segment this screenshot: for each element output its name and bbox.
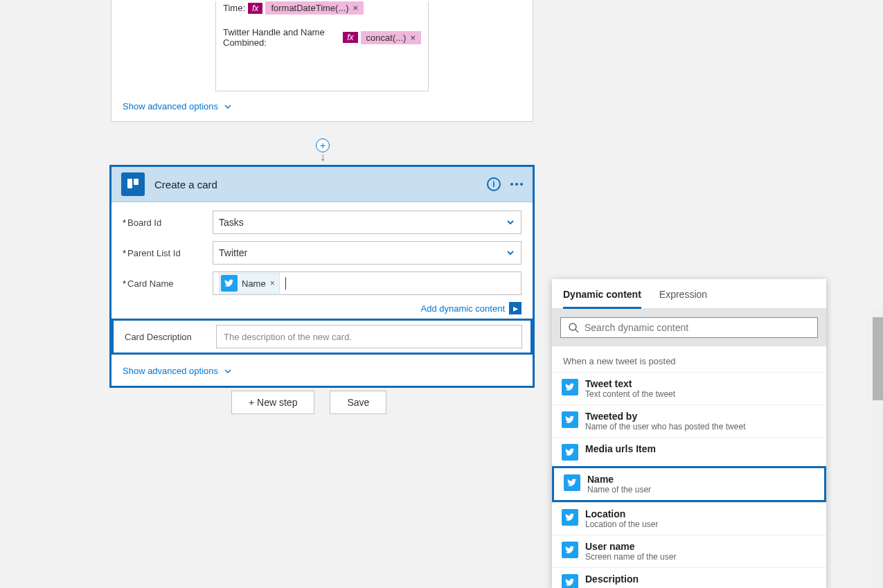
chevron-down-icon	[506, 217, 515, 227]
search-icon	[568, 322, 579, 333]
twitter-icon	[221, 275, 238, 292]
dc-item-tweeted-by[interactable]: Tweeted byName of the user who has poste…	[552, 404, 826, 437]
show-advanced-link[interactable]: Show advanced options	[112, 91, 533, 121]
remove-token-icon[interactable]: ×	[410, 33, 416, 43]
trello-icon	[121, 172, 145, 196]
dc-search-input[interactable]	[585, 322, 810, 333]
compose-inputs-box: Time: fx formatDateTime(...) × Twitter H…	[215, 1, 429, 91]
action-header[interactable]: Create a card i	[112, 167, 533, 202]
parent-list-id-row: *Parent List Id Twitter	[123, 241, 521, 265]
svg-point-2	[569, 323, 576, 330]
svg-rect-1	[134, 179, 139, 185]
card-description-label: Card Description	[122, 332, 216, 342]
dc-search-wrap	[552, 309, 826, 346]
board-id-select[interactable]: Tasks	[213, 211, 521, 234]
twitter-icon	[564, 474, 580, 491]
dc-group-header: When a new tweet is posted	[552, 346, 826, 372]
svg-rect-0	[127, 179, 132, 188]
remove-token-icon[interactable]: ×	[270, 278, 275, 288]
fx-icon: fx	[248, 3, 262, 14]
parent-list-id-select[interactable]: Twitter	[213, 241, 521, 265]
dc-list[interactable]: When a new tweet is posted Tweet textTex…	[552, 346, 826, 588]
dc-item-media-urls[interactable]: Media urls Item	[552, 437, 826, 466]
card-name-row: *Card Name Name ×	[123, 271, 521, 295]
twitter-icon	[562, 411, 578, 428]
tab-dynamic-content[interactable]: Dynamic content	[563, 289, 641, 309]
action-title: Create a card	[154, 179, 487, 190]
twitter-icon	[562, 444, 578, 461]
expr-token-formatdatetime[interactable]: formatDateTime(...) ×	[265, 1, 364, 15]
fx-icon: fx	[343, 32, 357, 43]
chevron-down-icon	[224, 367, 232, 375]
twitter-icon	[562, 574, 578, 588]
twitter-icon	[562, 542, 578, 558]
action-form: *Board Id Tasks *Parent List Id Twitter …	[112, 202, 533, 386]
expr-token-concat[interactable]: concat(...) ×	[361, 31, 421, 44]
card-name-input[interactable]: Name ×	[213, 271, 521, 295]
dc-search[interactable]	[560, 317, 818, 338]
arrow-down-icon: ↓	[316, 151, 330, 163]
show-advanced-link[interactable]: Show advanced options	[123, 359, 521, 382]
handle-row: Twitter Handle and Name Combined: fx con…	[223, 27, 421, 48]
tab-expression[interactable]: Expression	[659, 289, 707, 308]
more-menu-icon[interactable]	[510, 183, 523, 186]
scrollbar-thumb[interactable]	[873, 317, 883, 400]
flow-connector: + ↓	[316, 139, 330, 166]
info-icon[interactable]: i	[487, 177, 501, 191]
add-dynamic-content-row: Add dynamic content ▸	[123, 302, 521, 314]
chevron-down-icon	[224, 103, 232, 111]
dynamic-token-name[interactable]: Name ×	[219, 273, 280, 294]
flow-buttons: + New step Save	[231, 391, 386, 414]
handle-label: Twitter Handle and Name Combined:	[223, 27, 340, 48]
dynamic-content-panel: Dynamic content Expression When a new tw…	[552, 279, 826, 588]
dc-item-name-highlighted[interactable]: NameName of the user	[552, 466, 826, 502]
chevron-down-icon	[506, 248, 515, 258]
add-dynamic-content-button[interactable]: ▸	[509, 302, 521, 314]
new-step-button[interactable]: + New step	[231, 391, 314, 414]
save-button[interactable]: Save	[330, 391, 386, 414]
board-id-row: *Board Id Tasks	[123, 211, 521, 234]
time-label: Time:	[223, 3, 245, 13]
dc-tabs: Dynamic content Expression	[552, 279, 826, 309]
svg-line-3	[576, 330, 578, 332]
text-cursor	[285, 277, 286, 289]
dc-item-location[interactable]: LocationLocation of the user	[552, 502, 826, 535]
add-step-button[interactable]: +	[316, 139, 330, 152]
time-row: Time: fx formatDateTime(...) ×	[223, 1, 421, 15]
create-card-action: Create a card i *Board Id Tasks *Parent …	[109, 165, 535, 388]
card-description-row-highlighted: Card Description	[112, 319, 533, 355]
compose-action-card: Time: fx formatDateTime(...) × Twitter H…	[111, 0, 533, 122]
dc-item-tweet-text[interactable]: Tweet textText content of the tweet	[552, 372, 826, 404]
dc-item-description[interactable]: Description	[552, 567, 826, 588]
twitter-icon	[562, 509, 578, 526]
dc-item-user-name[interactable]: User nameScreen name of the user	[552, 535, 826, 567]
add-dynamic-content-link[interactable]: Add dynamic content	[421, 303, 505, 314]
card-description-input[interactable]	[216, 325, 522, 348]
twitter-icon	[562, 379, 578, 395]
remove-token-icon[interactable]: ×	[353, 3, 359, 13]
